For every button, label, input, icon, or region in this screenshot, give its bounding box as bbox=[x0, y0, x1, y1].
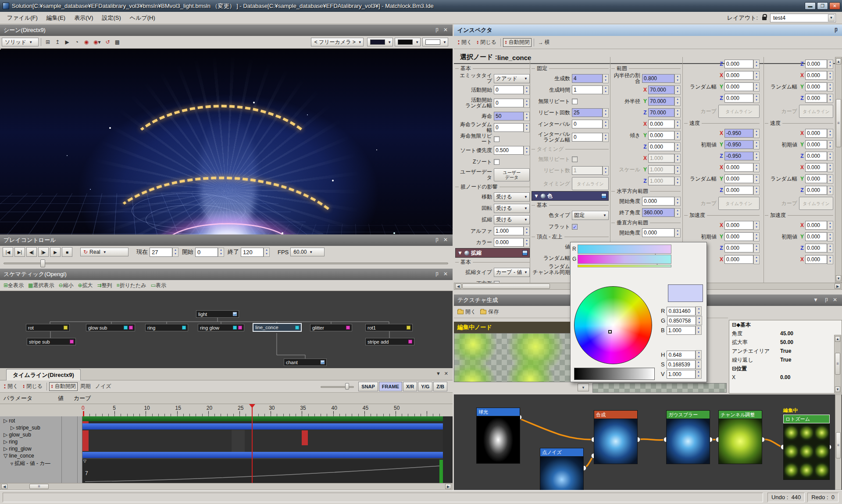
spinner[interactable]: ▲▼ bbox=[524, 123, 530, 132]
param-input[interactable]: 0.000 bbox=[805, 186, 827, 195]
color-swatch-select[interactable]: ▼ bbox=[367, 38, 393, 46]
close-icon[interactable]: ✕ bbox=[831, 297, 838, 304]
tree-arrow-icon[interactable]: ▿ bbox=[11, 461, 13, 467]
graph-node-チャンネル調整[interactable]: チャンネル調整 bbox=[718, 410, 762, 464]
graph-node-球光[interactable]: 球光 bbox=[476, 408, 520, 464]
param-input[interactable]: 0.000 bbox=[805, 140, 827, 149]
spin-up[interactable]: ▲ bbox=[675, 166, 680, 170]
pin-icon[interactable]: 卩 bbox=[432, 27, 439, 34]
param-input[interactable]: 0.000 bbox=[642, 197, 674, 206]
param-input[interactable]: 0.000 bbox=[724, 82, 753, 91]
spin-up[interactable]: ▲ bbox=[675, 86, 680, 90]
menu-item[interactable]: ヘルプ(H) bbox=[125, 12, 160, 24]
spin-up[interactable]: ▲ bbox=[828, 175, 833, 179]
spin-down[interactable]: ▼ bbox=[675, 78, 680, 83]
inspector-autoopen-toggle[interactable]: ▲▼自動開閉 bbox=[503, 38, 532, 47]
scroll-thumb[interactable]: ≣ bbox=[836, 432, 841, 458]
spin-up[interactable]: ▲ bbox=[675, 197, 680, 202]
timeline-hscrollbar[interactable]: ◀ ≣ ▶ bbox=[0, 483, 453, 490]
param-select[interactable]: 受ける▼ bbox=[494, 204, 530, 213]
spin-up[interactable]: ▲ bbox=[754, 83, 759, 87]
spinner[interactable]: ▲▼ bbox=[674, 120, 681, 129]
spinner[interactable]: ▲▼ bbox=[753, 174, 760, 184]
spin-up[interactable]: ▲ bbox=[754, 129, 759, 134]
spin-down[interactable]: ▼ bbox=[754, 179, 759, 183]
spinner[interactable]: ▲▼ bbox=[674, 197, 681, 206]
spin-up[interactable]: ▲ bbox=[675, 177, 680, 181]
timeline-autoopen-toggle[interactable]: ▲▼自動開閉 bbox=[49, 382, 78, 391]
chevron-down-icon[interactable]: ▼ bbox=[415, 40, 419, 44]
param-input[interactable]: 1 bbox=[572, 166, 603, 175]
spinner[interactable]: ▲▼ bbox=[172, 248, 178, 257]
step-back-button[interactable]: ◀| bbox=[26, 247, 37, 257]
schematic-node-stripe-add[interactable]: stripe add bbox=[365, 338, 414, 345]
curve-start-marker[interactable]: ▽ bbox=[83, 459, 86, 463]
spinner[interactable]: ▲▼ bbox=[827, 140, 833, 149]
param-input[interactable]: 0.000 bbox=[724, 71, 753, 80]
param-input[interactable]: 0.000 bbox=[805, 152, 827, 160]
param-input[interactable]: 360.000 bbox=[642, 208, 674, 217]
param-input[interactable]: 0 bbox=[494, 99, 524, 107]
tree-arrow-icon[interactable]: ▷ bbox=[4, 446, 7, 452]
param-checkbox[interactable]: ✓ bbox=[572, 224, 578, 230]
spin-down[interactable]: ▼ bbox=[603, 90, 608, 94]
property-group[interactable]: ⊟ 位置 bbox=[729, 364, 842, 373]
spin-up[interactable]: ▲ bbox=[828, 129, 833, 134]
scroll-down-icon[interactable]: ▼ bbox=[835, 387, 840, 392]
menu-item[interactable]: 編集(E) bbox=[42, 12, 70, 24]
pin-icon[interactable]: 卩 bbox=[432, 237, 439, 244]
spin-up[interactable]: ▲ bbox=[524, 227, 529, 231]
tree-item-glow_sub[interactable]: ▷glow_sub bbox=[4, 432, 31, 438]
param-input[interactable]: 0.000 bbox=[805, 255, 827, 264]
spin-down[interactable]: ▼ bbox=[828, 156, 833, 160]
schematic-node-glitter[interactable]: glitter bbox=[310, 324, 352, 331]
camera-select[interactable]: < フリーカメラ >▼ bbox=[311, 38, 364, 46]
spin-up[interactable]: ▲ bbox=[173, 248, 178, 252]
param-input[interactable]: 0 bbox=[572, 133, 603, 142]
spin-down[interactable]: ▼ bbox=[675, 135, 680, 140]
spin-up[interactable]: ▲ bbox=[218, 248, 224, 252]
spin-up[interactable]: ▲ bbox=[675, 154, 680, 159]
spin-up[interactable]: ▲ bbox=[696, 360, 701, 365]
param-input[interactable]: 0.000 bbox=[724, 60, 753, 68]
schematic-node-ring-glow[interactable]: ring glow bbox=[198, 324, 244, 331]
param-input[interactable]: 0.000 bbox=[724, 186, 753, 195]
spin-down[interactable]: ▼ bbox=[524, 231, 529, 235]
tree-item-ring_glow[interactable]: ▷ring_glow bbox=[4, 446, 32, 452]
spin-up[interactable]: ▲ bbox=[754, 71, 759, 76]
spinner[interactable]: ▲▼ bbox=[827, 244, 833, 253]
spinner[interactable]: ▲▼ bbox=[753, 60, 760, 69]
param-select[interactable]: 受ける▼ bbox=[494, 192, 530, 202]
texture-save-button[interactable]: 保存 bbox=[478, 308, 500, 316]
column-curve[interactable]: カーブ bbox=[74, 394, 91, 402]
param-input[interactable]: 1.000 bbox=[648, 154, 674, 163]
spin-down[interactable]: ▼ bbox=[696, 365, 701, 369]
viewcube-icon[interactable]: ⊞ bbox=[43, 38, 52, 46]
color-wheel[interactable] bbox=[574, 286, 652, 364]
schematic-tool-全表示[interactable]: ⊞ 全表示 bbox=[2, 281, 25, 290]
spinner[interactable]: ▲▼ bbox=[827, 232, 833, 241]
spin-up[interactable]: ▲ bbox=[603, 109, 608, 113]
spin-up[interactable]: ▲ bbox=[524, 146, 529, 151]
spin-down[interactable]: ▼ bbox=[524, 116, 529, 121]
schematic-tool-選択表示[interactable]: ▦ 選択表示 bbox=[26, 281, 56, 290]
chevron-down-icon[interactable]: ▾ bbox=[98, 39, 100, 45]
spin-down[interactable]: ▼ bbox=[675, 147, 680, 151]
spinner[interactable]: ▲▼ bbox=[827, 255, 833, 264]
param-input[interactable]: 1 bbox=[572, 85, 603, 94]
spin-up[interactable]: ▲ bbox=[754, 60, 759, 64]
schematic-tool-拡大[interactable]: ⊕ 拡大 bbox=[76, 281, 94, 290]
blue-gradient-bar[interactable] bbox=[578, 265, 671, 267]
spin-up[interactable]: ▲ bbox=[754, 163, 759, 168]
spinner[interactable]: ▲▼ bbox=[603, 74, 609, 83]
field-input[interactable]: 0.648 bbox=[667, 351, 696, 359]
param-input[interactable]: 0.000 bbox=[648, 142, 674, 151]
keyframe-block[interactable] bbox=[302, 430, 308, 445]
spin-down[interactable]: ▼ bbox=[675, 158, 680, 163]
spinner[interactable]: ▲▼ bbox=[753, 82, 760, 92]
param-select[interactable]: カーブ - 値▼ bbox=[494, 268, 530, 277]
spin-down[interactable]: ▼ bbox=[754, 98, 759, 103]
tree-item-拡縮 - 値 - カ―[interactable]: ▿拡縮 - 値 - カ― bbox=[11, 460, 50, 467]
param-checkbox[interactable] bbox=[494, 136, 499, 142]
scroll-thumb[interactable]: ≣ bbox=[836, 99, 841, 147]
